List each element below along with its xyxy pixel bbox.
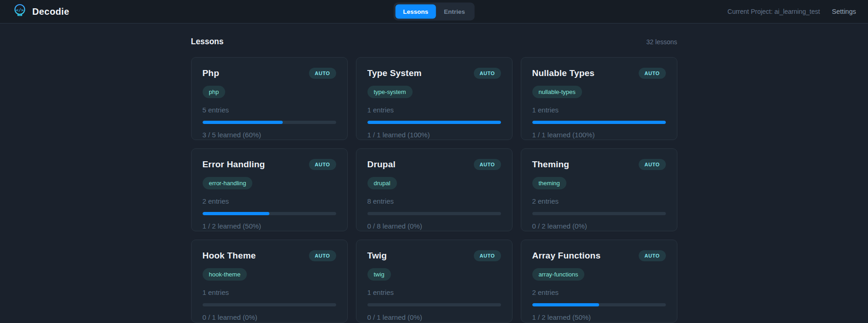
lesson-card[interactable]: Type System AUTO type-system 1 entries 1… bbox=[356, 57, 513, 140]
lesson-tag: twig bbox=[367, 268, 391, 281]
entries-count: 5 entries bbox=[203, 106, 336, 114]
app-header: </> Decodie Lessons Entries Current Proj… bbox=[0, 0, 868, 23]
lesson-tag: nullable-types bbox=[532, 86, 582, 98]
lesson-count: 32 lessons bbox=[647, 38, 677, 46]
auto-badge: AUTO bbox=[309, 250, 336, 261]
lesson-title: Nullable Types bbox=[532, 68, 595, 78]
lesson-title: Array Functions bbox=[532, 251, 601, 261]
progress-fill bbox=[203, 212, 269, 215]
card-header: Drupal AUTO bbox=[367, 159, 501, 170]
auto-badge: AUTO bbox=[639, 250, 666, 261]
learned-stats: 0 / 1 learned (0%) bbox=[203, 313, 336, 321]
card-header: Array Functions AUTO bbox=[532, 250, 666, 261]
lessons-page: Lessons 32 lessons Php AUTO php 5 entrie… bbox=[191, 23, 677, 323]
learned-stats: 1 / 2 learned (50%) bbox=[532, 313, 666, 321]
progress-bar bbox=[532, 121, 666, 124]
auto-badge: AUTO bbox=[474, 68, 501, 79]
lesson-tag: hook-theme bbox=[203, 268, 247, 281]
lesson-card[interactable]: Drupal AUTO drupal 8 entries 0 / 8 learn… bbox=[356, 148, 513, 231]
entries-count: 1 entries bbox=[367, 288, 501, 296]
page-title: Lessons bbox=[191, 37, 224, 47]
card-header: Theming AUTO bbox=[532, 159, 666, 170]
tag-row: array-functions bbox=[532, 268, 666, 281]
progress-bar bbox=[203, 121, 336, 124]
auto-badge: AUTO bbox=[309, 159, 336, 170]
card-header: Type System AUTO bbox=[367, 68, 501, 79]
lesson-grid: Php AUTO php 5 entries 3 / 5 learned (60… bbox=[191, 57, 677, 323]
auto-badge: AUTO bbox=[474, 159, 501, 170]
lesson-tag: php bbox=[203, 86, 226, 98]
lesson-card[interactable]: Array Functions AUTO array-functions 2 e… bbox=[521, 240, 677, 323]
entries-count: 1 entries bbox=[203, 288, 336, 296]
tag-row: drupal bbox=[367, 177, 501, 189]
entries-count: 1 entries bbox=[367, 106, 501, 114]
view-tabs: Lessons Entries bbox=[393, 3, 475, 21]
progress-fill bbox=[367, 121, 501, 124]
tab-entries[interactable]: Entries bbox=[436, 5, 473, 19]
lesson-card[interactable]: Hook Theme AUTO hook-theme 1 entries 0 /… bbox=[191, 240, 348, 323]
settings-link[interactable]: Settings bbox=[832, 8, 856, 15]
lesson-tag: drupal bbox=[367, 177, 397, 189]
lesson-card[interactable]: Twig AUTO twig 1 entries 0 / 1 learned (… bbox=[356, 240, 513, 323]
entries-count: 2 entries bbox=[203, 197, 336, 205]
learned-stats: 0 / 2 learned (0%) bbox=[532, 222, 666, 230]
progress-bar bbox=[532, 303, 666, 306]
progress-bar bbox=[367, 303, 501, 306]
lesson-title: Theming bbox=[532, 159, 570, 170]
brand-title: Decodie bbox=[32, 6, 70, 17]
tag-row: php bbox=[203, 86, 336, 98]
tag-row: twig bbox=[367, 268, 501, 281]
lesson-title: Twig bbox=[367, 251, 387, 261]
learned-stats: 1 / 1 learned (100%) bbox=[532, 131, 666, 139]
progress-bar bbox=[367, 212, 501, 215]
entries-count: 2 entries bbox=[532, 197, 666, 205]
svg-text:</>: </> bbox=[16, 7, 23, 12]
auto-badge: AUTO bbox=[474, 250, 501, 261]
lesson-title: Drupal bbox=[367, 159, 396, 170]
tab-lessons[interactable]: Lessons bbox=[395, 5, 436, 19]
section-head: Lessons 32 lessons bbox=[191, 37, 677, 47]
learned-stats: 1 / 1 learned (100%) bbox=[367, 131, 501, 139]
entries-count: 8 entries bbox=[367, 197, 501, 205]
lesson-tag: type-system bbox=[367, 86, 413, 98]
entries-count: 2 entries bbox=[532, 288, 666, 296]
lesson-title: Php bbox=[203, 68, 220, 78]
auto-badge: AUTO bbox=[309, 68, 336, 79]
card-header: Hook Theme AUTO bbox=[203, 250, 336, 261]
card-header: Php AUTO bbox=[203, 68, 336, 79]
lesson-card[interactable]: Php AUTO php 5 entries 3 / 5 learned (60… bbox=[191, 57, 348, 140]
auto-badge: AUTO bbox=[639, 159, 666, 170]
lightbulb-code-logo-icon: </> bbox=[12, 3, 28, 20]
progress-fill bbox=[532, 303, 599, 306]
lesson-title: Hook Theme bbox=[203, 251, 256, 261]
progress-bar bbox=[203, 303, 336, 306]
header-right: Current Project: ai_learning_test Settin… bbox=[728, 8, 856, 15]
progress-bar bbox=[367, 121, 501, 124]
lesson-title: Error Handling bbox=[203, 159, 265, 170]
lesson-title: Type System bbox=[367, 68, 422, 78]
tag-row: hook-theme bbox=[203, 268, 336, 281]
learned-stats: 3 / 5 learned (60%) bbox=[203, 131, 336, 139]
progress-bar bbox=[532, 212, 666, 215]
lesson-tag: array-functions bbox=[532, 268, 585, 281]
auto-badge: AUTO bbox=[639, 68, 666, 79]
tag-row: error-handling bbox=[203, 177, 336, 189]
progress-fill bbox=[203, 121, 283, 124]
current-project-label: Current Project: ai_learning_test bbox=[728, 8, 820, 15]
progress-fill bbox=[532, 121, 666, 124]
learned-stats: 1 / 2 learned (50%) bbox=[203, 222, 336, 230]
entries-count: 1 entries bbox=[532, 106, 666, 114]
learned-stats: 0 / 1 learned (0%) bbox=[367, 313, 501, 321]
brand: </> Decodie bbox=[12, 3, 70, 20]
progress-bar bbox=[203, 212, 336, 215]
lesson-card[interactable]: Nullable Types AUTO nullable-types 1 ent… bbox=[521, 57, 677, 140]
tag-row: nullable-types bbox=[532, 86, 666, 98]
lesson-tag: error-handling bbox=[203, 177, 253, 189]
lesson-card[interactable]: Theming AUTO theming 2 entries 0 / 2 lea… bbox=[521, 148, 677, 231]
card-header: Error Handling AUTO bbox=[203, 159, 336, 170]
tag-row: type-system bbox=[367, 86, 501, 98]
learned-stats: 0 / 8 learned (0%) bbox=[367, 222, 501, 230]
lesson-tag: theming bbox=[532, 177, 566, 189]
lesson-card[interactable]: Error Handling AUTO error-handling 2 ent… bbox=[191, 148, 348, 231]
card-header: Twig AUTO bbox=[367, 250, 501, 261]
